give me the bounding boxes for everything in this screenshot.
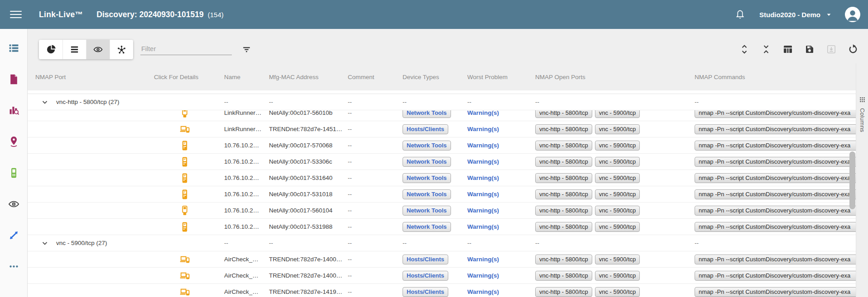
device-type-chip[interactable]: Hosts/Clients — [403, 287, 448, 297]
details-icon-cell[interactable] — [154, 140, 224, 151]
column-header[interactable]: Mfg-MAC Address — [269, 74, 348, 80]
column-header[interactable]: NMAP Commands — [695, 74, 856, 80]
details-icon-cell[interactable] — [154, 189, 224, 200]
expand-all-button[interactable] — [739, 44, 750, 55]
table-row[interactable]: AirCheck_… TRENDnet:782d7e-1400… -- Host… — [28, 251, 856, 268]
sidebar-item-map[interactable] — [0, 126, 27, 157]
nmap-command-chip[interactable]: nmap -Pn --script CustomDiscovery/custom… — [695, 206, 856, 216]
details-icon-cell[interactable] — [154, 221, 224, 233]
table-row[interactable]: AirCheck_… TRENDnet:782d7e-1419… -- Host… — [28, 284, 856, 297]
refresh-button[interactable] — [848, 44, 858, 55]
details-icon-cell[interactable] — [154, 205, 224, 217]
table-row[interactable]: LinkRunner… TRENDnet:782d7e-1451… -- Hos… — [28, 121, 856, 137]
worst-problem-link[interactable]: Warning(s) — [467, 256, 499, 263]
open-port-chip[interactable]: vnc-http - 5800/tcp — [535, 141, 592, 151]
table-row[interactable]: 10.76.10.2… NetAlly:00c017-531988 -- Net… — [28, 219, 856, 235]
device-type-chip[interactable]: Network Tools — [403, 173, 451, 183]
device-type-chip[interactable]: Network Tools — [403, 189, 451, 199]
worst-problem-link[interactable]: Warning(s) — [467, 110, 499, 116]
table-row[interactable]: 10.76.10.2… NetAlly:00c017-531640 -- Net… — [28, 170, 856, 186]
details-icon-cell[interactable] — [154, 254, 224, 265]
worst-problem-link[interactable]: Warning(s) — [467, 174, 499, 181]
nmap-command-chip[interactable]: nmap -Pn --script CustomDiscovery/custom… — [695, 110, 856, 118]
save-button[interactable] — [804, 44, 815, 55]
open-port-chip[interactable]: vnc - 5900/tcp — [595, 110, 640, 118]
table-columns-button[interactable] — [782, 44, 793, 55]
details-icon-cell[interactable] — [154, 110, 224, 119]
column-header[interactable]: Click For Details — [154, 74, 224, 80]
device-type-chip[interactable]: Hosts/Clients — [403, 255, 448, 264]
open-port-chip[interactable]: vnc - 5900/tcp — [595, 287, 640, 297]
collapse-all-button[interactable] — [761, 44, 772, 55]
bell-icon[interactable] — [734, 9, 746, 20]
column-header[interactable]: Comment — [348, 74, 403, 80]
worst-problem-link[interactable]: Warning(s) — [467, 207, 499, 214]
group-row[interactable]: vnc-http - 5800/tcp (27) -- -- -- -- -- … — [28, 94, 856, 110]
column-header[interactable]: NMAP Open Ports — [535, 74, 695, 80]
filter-input[interactable] — [140, 43, 232, 55]
device-type-chip[interactable]: Network Tools — [403, 110, 451, 118]
open-port-chip[interactable]: vnc-http - 5800/tcp — [535, 222, 592, 232]
open-port-chip[interactable]: vnc-http - 5800/tcp — [535, 110, 592, 118]
table-row[interactable]: 10.76.10.2… NetAlly:00c017-531018 -- Net… — [28, 186, 856, 203]
column-header[interactable]: NMAP Port — [28, 74, 154, 80]
sidebar-item-dashboard[interactable] — [0, 33, 27, 64]
worst-problem-link[interactable]: Warning(s) — [467, 191, 499, 198]
discovery-details-view-toggle[interactable] — [86, 40, 110, 59]
worst-problem-link[interactable]: Warning(s) — [467, 223, 499, 230]
open-port-chip[interactable]: vnc-http - 5800/tcp — [535, 271, 592, 281]
account-icon[interactable] — [845, 7, 860, 22]
details-icon-cell[interactable] — [154, 123, 224, 135]
table-row[interactable]: LinkRunner… NetAlly:00c017-56010b -- Net… — [28, 110, 856, 121]
column-header[interactable]: Device Types — [403, 74, 467, 80]
open-port-chip[interactable]: vnc - 5900/tcp — [595, 206, 640, 216]
worst-problem-link[interactable]: Warning(s) — [467, 126, 499, 132]
device-type-chip[interactable]: Network Tools — [403, 206, 451, 216]
caret-down-icon[interactable] — [825, 10, 833, 19]
open-port-chip[interactable]: vnc - 5900/tcp — [595, 124, 640, 134]
device-type-chip[interactable]: Hosts/Clients — [403, 124, 448, 134]
nmap-command-chip[interactable]: nmap -Pn --script CustomDiscovery/custom… — [695, 124, 856, 134]
sidebar-item-units[interactable] — [0, 157, 27, 189]
vertical-scrollbar-thumb[interactable] — [849, 151, 855, 209]
worst-problem-link[interactable]: Warning(s) — [467, 288, 499, 295]
open-port-chip[interactable]: vnc - 5900/tcp — [595, 222, 640, 232]
nmap-command-chip[interactable]: nmap -Pn --script CustomDiscovery/custom… — [695, 287, 856, 297]
sidebar-item-more[interactable] — [0, 251, 27, 282]
worst-problem-link[interactable]: Warning(s) — [467, 272, 499, 279]
table-row[interactable]: 10.76.10.2… NetAlly:00c017-53306c -- Net… — [28, 154, 856, 170]
open-port-chip[interactable]: vnc-http - 5800/tcp — [535, 157, 592, 167]
nmap-command-chip[interactable]: nmap -Pn --script CustomDiscovery/custom… — [695, 271, 856, 281]
open-port-chip[interactable]: vnc - 5900/tcp — [595, 271, 640, 281]
org-selector[interactable]: Studio2020 - Demo — [759, 11, 820, 19]
open-port-chip[interactable]: vnc-http - 5800/tcp — [535, 124, 592, 134]
nmap-command-chip[interactable]: nmap -Pn --script CustomDiscovery/custom… — [695, 222, 856, 232]
column-header[interactable]: Worst Problem — [467, 74, 535, 80]
open-port-chip[interactable]: vnc-http - 5800/tcp — [535, 189, 592, 199]
sidebar-item-reports[interactable] — [0, 95, 27, 126]
table-row[interactable]: 10.76.10.2… NetAlly:00c017-560104 -- Net… — [28, 203, 856, 219]
chevron-down-icon[interactable] — [39, 238, 50, 249]
details-icon-cell[interactable] — [154, 270, 224, 282]
open-port-chip[interactable]: vnc - 5900/tcp — [595, 189, 640, 199]
open-port-chip[interactable]: vnc-http - 5800/tcp — [535, 173, 592, 183]
nmap-command-chip[interactable]: nmap -Pn --script CustomDiscovery/custom… — [695, 157, 856, 167]
column-header[interactable]: Name — [224, 74, 269, 80]
nmap-command-chip[interactable]: nmap -Pn --script CustomDiscovery/custom… — [695, 189, 856, 199]
vertical-scrollbar[interactable] — [849, 63, 856, 297]
open-port-chip[interactable]: vnc-http - 5800/tcp — [535, 206, 592, 216]
open-port-chip[interactable]: vnc - 5900/tcp — [595, 173, 640, 183]
sidebar-item-results[interactable] — [0, 64, 27, 95]
worst-problem-link[interactable]: Warning(s) — [467, 142, 499, 149]
sidebar-item-performance[interactable] — [0, 220, 27, 251]
worst-problem-link[interactable]: Warning(s) — [467, 158, 499, 165]
chart-view-toggle[interactable] — [39, 40, 62, 59]
table-row[interactable]: AirCheck_… TRENDnet:782d7e-1400… -- Host… — [28, 268, 856, 284]
nmap-command-chip[interactable]: nmap -Pn --script CustomDiscovery/custom… — [695, 255, 856, 264]
details-icon-cell[interactable] — [154, 156, 224, 168]
table-row[interactable]: 10.76.10.2… NetAlly:00c017-570068 -- Net… — [28, 137, 856, 154]
open-port-chip[interactable]: vnc-http - 5800/tcp — [535, 255, 592, 264]
details-icon-cell[interactable] — [154, 286, 224, 297]
details-icon-cell[interactable] — [154, 172, 224, 184]
device-type-chip[interactable]: Hosts/Clients — [403, 271, 448, 281]
